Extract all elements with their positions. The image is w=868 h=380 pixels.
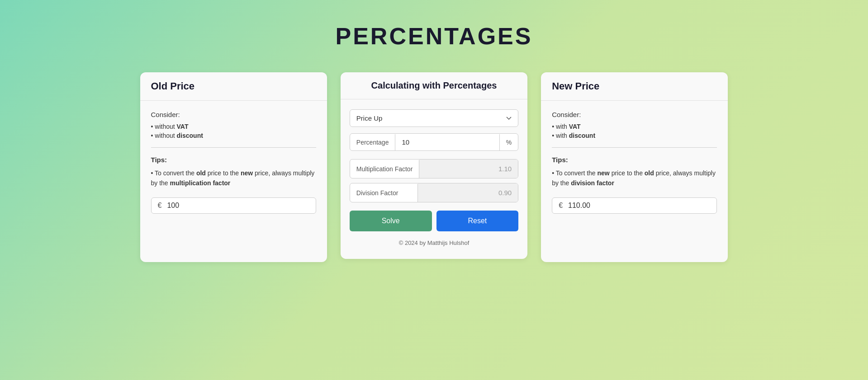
- division-factor-row: Division Factor 0.90: [350, 183, 518, 202]
- cards-container: Old Price Consider: • without VAT • with…: [140, 72, 728, 262]
- old-price-tip-text: • To convert the old price to the new pr…: [151, 168, 316, 188]
- solve-button[interactable]: Solve: [350, 211, 432, 231]
- new-price-title: New Price: [552, 80, 717, 92]
- old-price-currency: €: [158, 202, 162, 210]
- percentage-label: Percentage: [350, 134, 396, 150]
- new-price-input-row: €: [552, 197, 717, 214]
- new-price-card-header: New Price: [541, 72, 728, 101]
- center-card-header: Calculating with Percentages: [341, 72, 527, 99]
- old-price-card-header: Old Price: [140, 72, 327, 101]
- new-price-tips-label: Tips:: [552, 156, 717, 164]
- old-price-consider-item-1: • without VAT: [151, 123, 316, 130]
- old-price-card-body: Consider: • without VAT • without discou…: [140, 101, 327, 224]
- multiplication-factor-label: Multiplication Factor: [350, 160, 420, 178]
- percentage-input[interactable]: [395, 134, 499, 150]
- multiplication-factor-row: Multiplication Factor 1.10: [350, 159, 518, 178]
- new-price-tip-text: • To convert the new price to the old pr…: [552, 168, 717, 188]
- price-direction-dropdown[interactable]: Price Up Price Down: [350, 109, 518, 127]
- footer-text: © 2024 by Matthijs Hulshof: [350, 239, 518, 249]
- new-price-card: New Price Consider: • with VAT • with di…: [541, 72, 728, 262]
- old-price-divider: [151, 147, 316, 148]
- percentage-row: Percentage %: [350, 133, 518, 151]
- old-price-card: Old Price Consider: • without VAT • with…: [140, 72, 327, 262]
- old-price-consider-label: Consider:: [151, 111, 316, 118]
- percentage-unit: %: [499, 134, 518, 150]
- center-card-body: Price Up Price Down Percentage % Multipl…: [341, 99, 527, 259]
- new-price-input[interactable]: [568, 202, 710, 210]
- old-price-input[interactable]: [167, 202, 309, 210]
- old-price-input-row: €: [151, 197, 316, 214]
- old-price-title: Old Price: [151, 80, 316, 92]
- new-price-consider-item-1: • with VAT: [552, 123, 717, 130]
- multiplication-factor-value: 1.10: [419, 160, 518, 178]
- division-factor-label: Division Factor: [350, 184, 418, 202]
- new-price-consider-label: Consider:: [552, 111, 717, 118]
- page-title: PERCENTAGES: [336, 23, 533, 50]
- old-price-consider-item-2: • without discount: [151, 132, 316, 139]
- old-price-tips-label: Tips:: [151, 156, 316, 164]
- new-price-card-body: Consider: • with VAT • with discount Tip…: [541, 101, 728, 224]
- center-card: Calculating with Percentages Price Up Pr…: [341, 72, 527, 259]
- new-price-divider: [552, 147, 717, 148]
- reset-button[interactable]: Reset: [436, 211, 519, 231]
- new-price-currency: €: [559, 202, 563, 210]
- new-price-consider-item-2: • with discount: [552, 132, 717, 139]
- division-factor-value: 0.90: [418, 183, 518, 202]
- buttons-row: Solve Reset: [350, 211, 518, 231]
- center-card-title: Calculating with Percentages: [351, 80, 517, 91]
